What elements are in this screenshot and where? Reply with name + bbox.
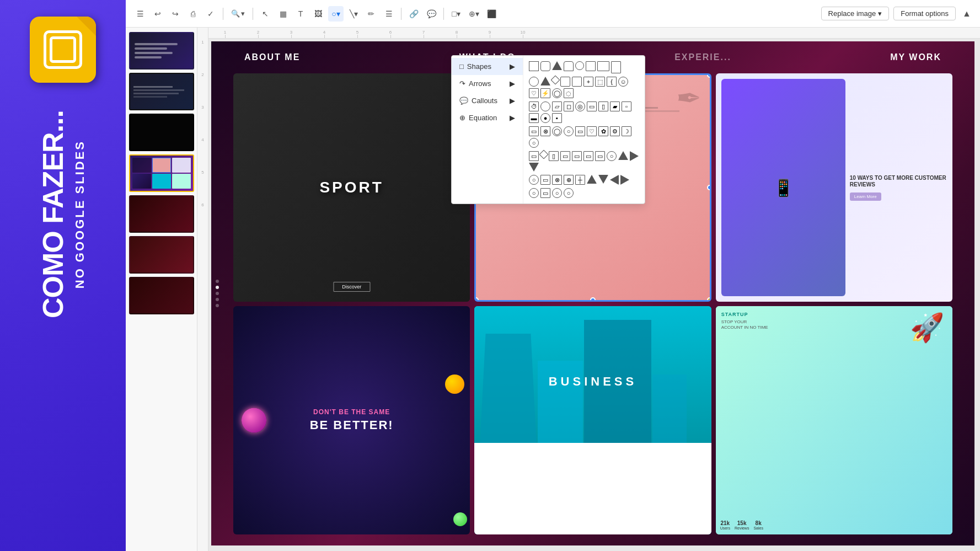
sel-handle-bl[interactable]: [474, 297, 479, 302]
arrange-tool-button[interactable]: ⊕▾: [466, 6, 481, 22]
grid-cell-sport[interactable]: SPORT Discover: [233, 73, 470, 302]
shape-tool-button[interactable]: ○▾: [328, 6, 344, 22]
shape-clock[interactable]: ⏱: [529, 101, 539, 111]
shape-snippet[interactable]: ▱: [552, 101, 562, 111]
shape-tall-rect[interactable]: [611, 61, 621, 73]
zoom-selector[interactable]: 🔍 ▾: [228, 8, 248, 19]
shape-diamond[interactable]: [551, 76, 560, 85]
shape-pentagon[interactable]: [564, 61, 574, 71]
print-button[interactable]: ⎙: [185, 6, 201, 22]
shape-circle-2[interactable]: ◯: [552, 88, 562, 98]
sport-discover-btn[interactable]: Discover: [333, 282, 370, 292]
shape-r7-1[interactable]: ○: [529, 188, 539, 198]
shape-r5-10[interactable]: [630, 151, 639, 161]
shape-misc[interactable]: ◌: [564, 88, 574, 98]
shape-circle[interactable]: [529, 77, 539, 87]
shape-r5-7[interactable]: ▭: [595, 151, 605, 161]
replace-image-button[interactable]: Replace image ▾: [821, 7, 890, 20]
slide-panel[interactable]: [126, 28, 197, 551]
reviews-cta[interactable]: Learn More: [850, 192, 881, 201]
shape-r4-7[interactable]: ✿: [598, 126, 608, 136]
extra-tool-button[interactable]: ⬛: [484, 6, 499, 22]
grid-cell-startup[interactable]: STARTUP STOP YOURACCOUNT IN NO TIME 🚀 21…: [716, 306, 952, 534]
shape-r6-1[interactable]: ○: [529, 175, 539, 185]
shape-tri-2[interactable]: [540, 77, 550, 85]
undo-button[interactable]: ↩: [150, 6, 165, 22]
shape-r7-2[interactable]: ▭: [540, 188, 550, 198]
shape-dot[interactable]: ●: [540, 113, 550, 123]
redo-button[interactable]: ↪: [168, 6, 183, 22]
shape-cross[interactable]: +: [583, 77, 593, 87]
shape-r6-2[interactable]: ▭: [540, 175, 550, 185]
bg-tool-button[interactable]: □▾: [448, 6, 464, 22]
slide-thumb-6[interactable]: [129, 236, 194, 274]
shape-r5-2[interactable]: [539, 150, 549, 159]
shape-r4-3[interactable]: ◯: [552, 126, 562, 136]
shape-hexagon[interactable]: [575, 61, 584, 70]
shape-r4-6[interactable]: ♡: [587, 126, 597, 136]
shape-rectangle[interactable]: [529, 61, 539, 71]
shape-oval[interactable]: [540, 101, 550, 111]
shape-r4-10[interactable]: ○: [529, 138, 539, 148]
slide-thumb-1[interactable]: [129, 32, 194, 69]
slide-thumb-5[interactable]: [129, 195, 194, 233]
shape-r6-7[interactable]: [598, 175, 608, 184]
spellcheck-button[interactable]: ✓: [203, 6, 218, 22]
shape-r5-3[interactable]: ▯: [549, 151, 559, 161]
shape-r5-1[interactable]: ▭: [529, 151, 539, 161]
grid-cell-business[interactable]: BUSINESS: [474, 306, 711, 534]
shape-r4-8[interactable]: ⚙: [610, 126, 620, 136]
chevron-up-button[interactable]: ▲: [960, 7, 973, 20]
menu-button[interactable]: ☰: [132, 6, 148, 22]
shape-r4-1[interactable]: ▭: [529, 126, 539, 136]
shape-brace[interactable]: {: [607, 77, 617, 87]
shape-r6-8[interactable]: [610, 175, 619, 185]
pen-tool-button[interactable]: ✏: [363, 6, 379, 22]
shape-r5-11[interactable]: [529, 163, 539, 172]
shape-trapezoid[interactable]: [572, 77, 582, 87]
slide-thumb-2[interactable]: [129, 73, 194, 110]
shape-para-4[interactable]: ▰: [610, 101, 620, 111]
shape-wide-rect[interactable]: [597, 61, 609, 71]
sel-handle-mr[interactable]: [707, 185, 711, 190]
shape-cat-arrows[interactable]: ↷ Arrows ▶: [452, 75, 523, 92]
shape-r5-5[interactable]: ▭: [572, 151, 582, 161]
shape-para-2[interactable]: ▭: [587, 101, 597, 111]
link-tool-button[interactable]: 🔗: [406, 6, 421, 22]
shape-triangle[interactable]: [552, 61, 562, 70]
comment-tool-button[interactable]: 💬: [424, 6, 439, 22]
sel-handle-bm[interactable]: [590, 297, 596, 302]
sel-handle-br[interactable]: [707, 297, 711, 302]
grid-cell-reviews[interactable]: 10 WAYS TO GET MORE CUSTOMER REVIEWS Lea…: [716, 73, 952, 302]
shape-r6-4[interactable]: ⊕: [564, 175, 574, 185]
shape-cat-callouts[interactable]: 💬 Callouts ▶: [452, 92, 523, 109]
shape-heart[interactable]: ♡: [529, 88, 539, 98]
slide-thumb-4[interactable]: [129, 154, 194, 192]
grid-cell-galaxy[interactable]: DON'T BE THE SAME BE BETTER!: [233, 306, 470, 534]
sel-handle-tr[interactable]: [707, 73, 711, 78]
list-tool-button[interactable]: ☰: [381, 6, 397, 22]
shape-r5-6[interactable]: ▭: [583, 151, 593, 161]
slide-thumb-3[interactable]: [129, 114, 194, 151]
shape-r4-4[interactable]: ○: [564, 126, 574, 136]
layout-tool-button[interactable]: ▦: [275, 6, 291, 22]
image-tool-button[interactable]: 🖼: [310, 6, 326, 22]
shape-stripe[interactable]: ▬: [529, 113, 539, 123]
format-options-button[interactable]: Format options: [893, 7, 956, 20]
shape-r7-4[interactable]: ○: [564, 188, 574, 198]
shape-r5-8[interactable]: ○: [607, 151, 617, 161]
shape-r5-4[interactable]: ▭: [560, 151, 570, 161]
shape-frame[interactable]: ⬚: [595, 77, 605, 87]
shape-lightning[interactable]: ⚡: [540, 88, 550, 98]
shape-r6-5[interactable]: ┼: [575, 175, 585, 185]
shape-rounded-rect[interactable]: [540, 61, 550, 71]
shape-r6-3[interactable]: ⊗: [552, 175, 562, 185]
cursor-tool-button[interactable]: ↖: [258, 6, 273, 22]
shape-octagon[interactable]: [586, 61, 596, 71]
shape-r5-9[interactable]: [618, 151, 628, 160]
shape-r6-6[interactable]: [587, 175, 597, 184]
shape-cat-equation[interactable]: ⊕ Equation ▶: [452, 109, 523, 126]
shape-ring[interactable]: ◎: [575, 101, 585, 111]
shape-dropdown-menu[interactable]: □ Shapes ▶ ↷ Arrows ▶ 💬: [451, 55, 645, 204]
shape-r7-3[interactable]: ○: [552, 188, 562, 198]
